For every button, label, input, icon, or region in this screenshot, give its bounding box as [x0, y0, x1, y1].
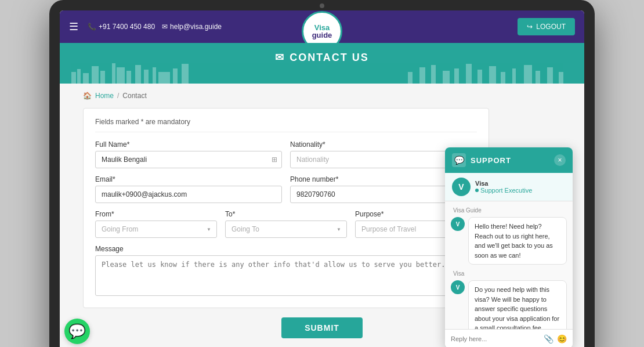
email-input[interactable]	[95, 186, 282, 203]
svg-rect-0	[71, 72, 76, 84]
breadcrumb: 🏠 Home / Contact	[83, 92, 561, 100]
chat-reply-input[interactable]	[451, 335, 540, 342]
chat-widget-icon: 💬	[452, 153, 466, 167]
hero-arrow	[314, 64, 330, 72]
message-label: Message	[95, 245, 477, 253]
contact-info: 📞 +91 7400 450 480 ✉ help@visa.guide	[88, 23, 222, 31]
svg-rect-21	[489, 66, 496, 84]
status-dot	[475, 189, 479, 192]
fullname-input[interactable]	[95, 151, 282, 168]
form-group-from: From* Going From	[95, 210, 217, 238]
main-content: 🏠 Home / Contact Fields marked * are man…	[60, 84, 584, 347]
svg-rect-26	[547, 67, 553, 84]
email-address: help@visa.guide	[170, 23, 222, 31]
svg-rect-22	[501, 72, 505, 84]
svg-rect-10	[153, 67, 156, 84]
chat-message-group-2: Visa V Do you need help with this visa? …	[451, 270, 567, 329]
attach-icon[interactable]: 📎	[544, 334, 553, 344]
svg-rect-4	[100, 71, 105, 84]
message2-avatar: V	[451, 280, 465, 294]
form-group-to: To* Going To	[225, 210, 347, 238]
logo-area: Visa guide	[302, 10, 342, 47]
svg-rect-1	[77, 69, 81, 84]
svg-rect-23	[512, 68, 516, 84]
email-label: Email*	[95, 175, 282, 183]
svg-rect-8	[135, 65, 141, 84]
logout-button[interactable]: ↪ LOGOUT	[518, 18, 575, 35]
form-group-message: Message	[95, 245, 477, 296]
message1-avatar: V	[451, 217, 465, 231]
chat-header-title: SUPPORT	[471, 156, 511, 165]
breadcrumb-separator: /	[117, 92, 119, 100]
hamburger-icon[interactable]: ☰	[69, 20, 78, 33]
svg-rect-24	[524, 65, 532, 84]
svg-rect-3	[92, 66, 99, 84]
svg-rect-7	[126, 71, 131, 84]
form-row-travel: From* Going From To* Going To	[95, 210, 477, 238]
whatsapp-button[interactable]: 💬	[64, 319, 90, 344]
svg-rect-5	[112, 63, 115, 84]
message1-sender: Visa Guide	[451, 207, 567, 214]
svg-rect-2	[83, 73, 89, 84]
from-label: From*	[95, 210, 217, 218]
form-group-email: Email*	[95, 175, 282, 203]
svg-rect-15	[419, 67, 425, 84]
chat-messages: Visa Guide V Hello there! Need help? Rea…	[445, 201, 573, 329]
message2-bubble: Do you need help with this visa? We will…	[468, 280, 567, 329]
svg-rect-16	[431, 65, 436, 84]
fullname-icon: ⊞	[272, 156, 277, 164]
breadcrumb-home[interactable]: Home	[95, 92, 114, 100]
form-row-email-phone: Email* Phone number*	[95, 175, 477, 203]
message1-bubble: Hello there! Need help? Reach out to us …	[468, 217, 567, 265]
logo-guide: guide	[312, 31, 332, 39]
form-group-fullname: Full Name* ⊞	[95, 140, 282, 168]
svg-rect-9	[144, 70, 149, 84]
svg-rect-19	[466, 64, 472, 84]
chat-input-area: 📎 😊	[445, 329, 573, 347]
whatsapp-icon: 💬	[68, 323, 86, 339]
message1-row: V Hello there! Need help? Reach out to u…	[451, 217, 567, 265]
svg-rect-25	[536, 71, 540, 84]
phone-number: +91 7400 450 480	[99, 23, 155, 31]
top-bar: ☰ 📞 +91 7400 450 480 ✉ help@visa.guide V…	[60, 10, 584, 43]
logout-label: LOGOUT	[536, 23, 566, 31]
breadcrumb-current: Contact	[122, 92, 146, 100]
chat-message-group-1: Visa Guide V Hello there! Need help? Rea…	[451, 207, 567, 265]
to-select[interactable]: Going To	[225, 221, 347, 238]
agent-row: V Visa Support Executive	[445, 173, 573, 201]
agent-avatar: V	[452, 178, 471, 196]
agent-name: Visa	[475, 180, 532, 187]
agent-info: Visa Support Executive	[475, 180, 532, 194]
svg-rect-18	[454, 68, 459, 84]
hero-section: ✉ CONTACT US	[60, 43, 584, 84]
svg-rect-13	[182, 64, 189, 84]
submit-button[interactable]: SUBMIT	[281, 317, 363, 338]
fullname-label: Full Name*	[95, 140, 282, 149]
hero-title: ✉ CONTACT US	[60, 51, 584, 64]
logout-icon: ↪	[527, 23, 533, 31]
chat-widget: 💬 SUPPORT × V Visa Support Executive	[445, 147, 573, 347]
contact-icon: ✉	[275, 51, 285, 64]
svg-rect-11	[158, 72, 170, 84]
agent-status: Support Executive	[475, 187, 532, 194]
to-label: To*	[225, 210, 347, 218]
phone-icon: 📞	[88, 23, 96, 31]
svg-rect-20	[477, 70, 482, 84]
email-icon: ✉	[162, 23, 168, 31]
chat-header: 💬 SUPPORT ×	[445, 147, 573, 173]
svg-rect-17	[443, 71, 450, 84]
svg-rect-27	[559, 72, 563, 84]
form-row-name-nationality: Full Name* ⊞ Nationality*	[95, 140, 477, 168]
contact-form-card: Fields marked * are mandatory Full Name*…	[83, 108, 489, 308]
svg-rect-14	[408, 72, 413, 84]
mandatory-note: Fields marked * are mandatory	[95, 118, 477, 132]
message-textarea[interactable]	[95, 255, 477, 296]
svg-rect-12	[173, 68, 178, 84]
chat-close-button[interactable]: ×	[554, 154, 566, 166]
message2-row: V Do you need help with this visa? We wi…	[451, 280, 567, 329]
message2-sender: Visa	[451, 270, 567, 277]
svg-rect-6	[117, 67, 125, 84]
emoji-icon[interactable]: 😊	[557, 334, 567, 344]
home-icon: 🏠	[83, 92, 92, 100]
from-select[interactable]: Going From	[95, 221, 217, 238]
